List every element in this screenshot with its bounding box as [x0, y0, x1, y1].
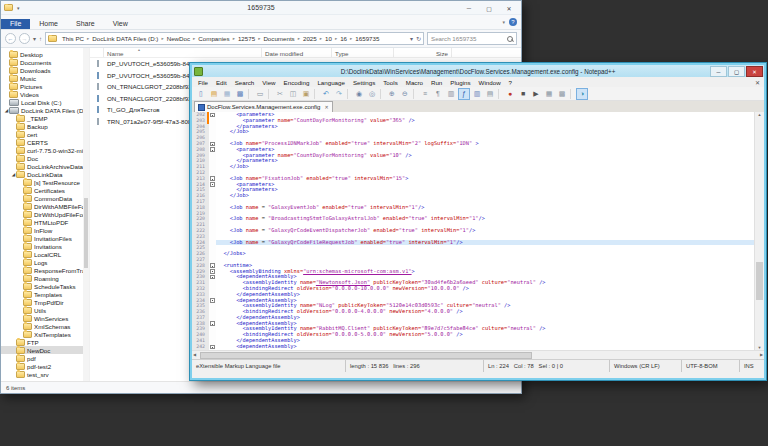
sidebar-item-htmltopdf[interactable]: HTMLtoPDF — [1, 218, 89, 226]
show-all-chars-icon[interactable]: ¶ — [432, 88, 444, 100]
sidebar-item-commondata[interactable]: CommonData — [1, 194, 89, 202]
sidebar-item-templates[interactable]: Templates — [1, 290, 89, 298]
fold-collapse-box[interactable] — [210, 345, 215, 350]
ribbon-tab-home[interactable]: Home — [30, 19, 67, 29]
play-macro-icon[interactable]: ▶ — [530, 88, 542, 100]
menu-item-window[interactable]: Window — [475, 79, 505, 86]
stop-macro-icon[interactable]: ■ — [517, 88, 529, 100]
sidebar-item-responsefromtransferdir[interactable]: ResponseFromTransferDir — [1, 266, 89, 274]
breadcrumb-segment[interactable]: 16 — [338, 35, 349, 42]
undo-icon[interactable]: ↶ — [320, 88, 332, 100]
sidebar-scrollbar[interactable] — [83, 48, 89, 385]
sidebar-item-curl-7-75-0-win32-mingw[interactable]: curl-7.75.0-win32-mingw — [1, 146, 89, 154]
menu-item-edit[interactable]: Edit — [212, 79, 231, 86]
sidebar-item-invitations[interactable]: Invitations — [1, 242, 89, 250]
scroll-left-icon[interactable]: ◀ — [193, 352, 196, 357]
new-file-icon[interactable]: ▯ — [195, 88, 207, 100]
search-input[interactable]: Search 1659735 — [427, 32, 517, 45]
sidebar-item-desktop[interactable]: Desktop — [1, 50, 89, 58]
sidebar-item-dirwithupdfileforluna[interactable]: DirWithUpdFileForLuna — [1, 210, 89, 218]
sidebar-item-test-srv[interactable]: test_srv — [1, 370, 89, 378]
doc-map-icon[interactable]: ▥ — [471, 88, 483, 100]
sidebar-scrollbar-thumb[interactable] — [84, 198, 88, 268]
fold-collapse-box[interactable] — [210, 182, 215, 187]
sidebar-item-doc[interactable]: Doc — [1, 154, 89, 162]
redo-icon[interactable]: ↷ — [333, 88, 345, 100]
fold-collapse-box[interactable] — [210, 298, 215, 303]
fold-collapse-box[interactable] — [210, 176, 215, 181]
breadcrumb-segment[interactable]: DocLink DATA Files (D:) — [90, 35, 160, 42]
sidebar-item-certificates[interactable]: Certificates — [1, 186, 89, 194]
address-dropdown-icon[interactable]: ▾ — [410, 35, 413, 42]
fold-collapse-box[interactable] — [210, 269, 215, 274]
sidebar-item-localcrl[interactable]: LocalCRL — [1, 250, 89, 258]
sidebar-item-roaming[interactable]: Roaming — [1, 274, 89, 282]
sidebar-item-music[interactable]: Music — [1, 74, 89, 82]
sidebar-item-local-disk-c-[interactable]: Local Disk (C:) — [1, 98, 89, 106]
find-icon[interactable]: ◉ — [353, 88, 365, 100]
fold-collapse-box[interactable] — [210, 275, 215, 280]
address-box[interactable]: This PC▸DocLink DATA Files (D:)▸NewDoc▸C… — [45, 32, 424, 45]
replace-icon[interactable]: ◎ — [366, 88, 378, 100]
refresh-icon[interactable]: ↻ — [416, 35, 421, 42]
save-macro-icon[interactable]: ▦ — [543, 88, 555, 100]
sidebar-item-doclink-data-files-d-[interactable]: ◢DocLink DATA Files (D:) — [1, 106, 89, 114]
menu-item-plugins[interactable]: Plugins — [446, 79, 474, 86]
ribbon-tab-share[interactable]: Share — [67, 19, 104, 29]
ribbon-tab-view[interactable]: View — [104, 19, 137, 29]
fold-toggle-icon[interactable] — [209, 344, 216, 350]
breadcrumb-segment[interactable]: This PC — [60, 35, 86, 42]
up-button[interactable]: ↑ — [39, 36, 42, 42]
sidebar-item-inflow[interactable]: InFlow — [1, 226, 89, 234]
cut-icon[interactable]: ✂ — [274, 88, 286, 100]
minimize-button[interactable]: ─ — [459, 2, 479, 14]
forward-button[interactable]: → — [19, 33, 30, 44]
record-macro-icon[interactable]: ● — [504, 88, 516, 100]
vertical-scrollbar-thumb[interactable] — [756, 262, 763, 300]
help-icon[interactable]: ? — [509, 18, 517, 26]
column-header-size[interactable]: Size — [394, 48, 452, 57]
sidebar-item-xsltemplates[interactable]: XslTemplates — [1, 330, 89, 338]
scroll-right-icon[interactable]: ▶ — [760, 352, 763, 357]
maximize-button[interactable]: ▢ — [479, 2, 499, 14]
breadcrumb-segment[interactable]: 2025 — [301, 35, 319, 42]
scroll-up-icon[interactable]: ▲ — [755, 112, 764, 117]
sidebar-item-documents[interactable]: Documents — [1, 58, 89, 66]
sidebar-item-tmppdfdir[interactable]: TmpPdfDir — [1, 298, 89, 306]
column-header-type[interactable]: Type — [332, 48, 394, 57]
close-button[interactable]: ✕ — [746, 66, 763, 77]
sidebar-item-logs[interactable]: Logs — [1, 258, 89, 266]
breadcrumb-segment[interactable]: 1659735 — [353, 35, 381, 42]
sidebar-item-doclinkdata[interactable]: ◢DocLinkData — [1, 170, 89, 178]
menu-item-view[interactable]: View — [258, 79, 279, 86]
word-wrap-icon[interactable]: ≡ — [419, 88, 431, 100]
sidebar-item-certs[interactable]: CERTS — [1, 138, 89, 146]
breadcrumb-segment[interactable]: 10 — [323, 35, 334, 42]
menu-item-file[interactable]: File — [194, 79, 212, 86]
sidebar-item-doclinkarchivedata[interactable]: DocLinkArchiveData — [1, 162, 89, 170]
doc-switcher-icon[interactable]: ▤ — [484, 88, 496, 100]
breadcrumb-segment[interactable]: NewDoc — [165, 35, 192, 42]
menu-item-settings[interactable]: Settings — [349, 79, 379, 86]
sidebar-item-downloads[interactable]: Downloads — [1, 66, 89, 74]
sidebar-item-videos[interactable]: Videos — [1, 90, 89, 98]
maximize-button[interactable]: ▢ — [728, 66, 745, 77]
sidebar-item-dirwithambfileforatak[interactable]: DirWithAMBFileForAtak — [1, 202, 89, 210]
sidebar-item-invitationfiles[interactable]: InvitationFiles — [1, 234, 89, 242]
menu-item-tools[interactable]: Tools — [379, 79, 401, 86]
explorer-titlebar[interactable]: ▾ 1659735 ─ ▢ ✕ — [1, 1, 521, 15]
open-folder-icon[interactable]: ▤ — [208, 88, 220, 100]
breadcrumb-segment[interactable]: 12575 — [236, 35, 257, 42]
back-button[interactable]: ← — [5, 33, 16, 44]
horizontal-scrollbar[interactable]: ◀ ▶ — [192, 350, 764, 359]
recent-locations-icon[interactable]: ▾ — [33, 35, 36, 42]
code-text[interactable]: <dependentAssembly> — [216, 344, 754, 350]
sidebar-item-cert[interactable]: cert — [1, 130, 89, 138]
sidebar-item-ftp[interactable]: FTP — [1, 338, 89, 346]
horizontal-scrollbar-thumb[interactable] — [200, 352, 532, 359]
save-all-icon[interactable]: ▩ — [234, 88, 246, 100]
sidebar-item-newdoc[interactable]: NewDoc — [1, 346, 89, 354]
ribbon-expand-icon[interactable]: ▾ — [502, 19, 505, 25]
column-header-date-modified[interactable]: Date modified — [262, 48, 332, 57]
breadcrumb-segment[interactable]: Companies — [196, 35, 231, 42]
